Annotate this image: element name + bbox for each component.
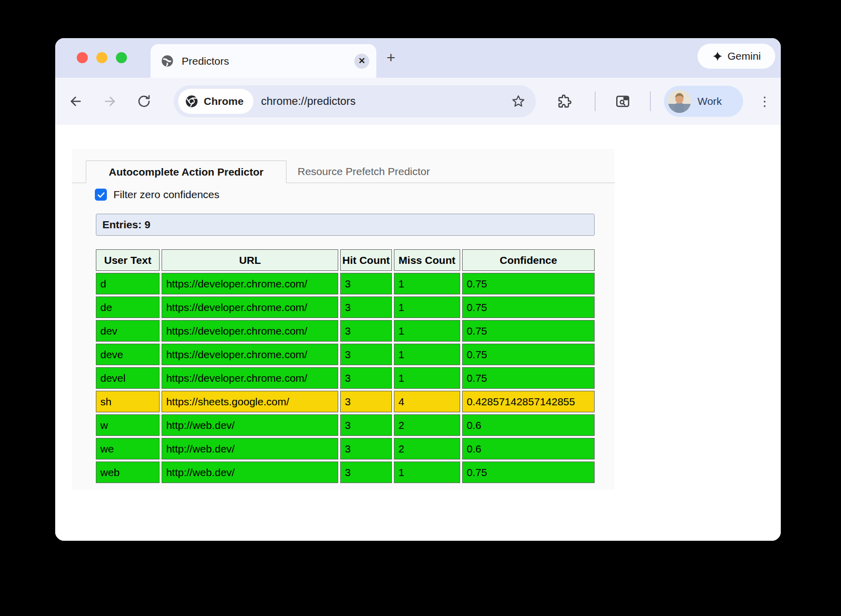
back-button[interactable] [68,94,83,109]
site-chip[interactable]: Chrome [178,89,253,114]
cell-hit-count: 3 [340,320,392,342]
side-panel-search-icon[interactable] [615,93,631,109]
table-row: de https://developer.chrome.com/ 3 1 0.7… [96,296,595,318]
cell-url: https://developer.chrome.com/ [162,344,338,365]
predictor-table-body: d https://developer.chrome.com/ 3 1 0.75… [96,273,595,483]
predictor-tabs: Autocomplete Action Predictor Resource P… [72,149,615,183]
cell-miss-count: 1 [394,344,460,365]
cell-url: https://developer.chrome.com/ [162,367,338,389]
table-row: d https://developer.chrome.com/ 3 1 0.75 [96,273,595,294]
predictors-panel: Autocomplete Action Predictor Resource P… [72,149,615,490]
tab-autocomplete-action-predictor[interactable]: Autocomplete Action Predictor [86,161,287,183]
cell-hit-count: 3 [340,344,392,365]
cell-miss-count: 2 [394,414,460,436]
close-window-button[interactable] [77,52,88,63]
checkmark-icon [97,191,105,199]
col-confidence: Confidence [462,249,595,271]
cell-confidence: 0.75 [462,461,595,483]
globe-favicon-icon [161,54,174,68]
cell-user-text: d [96,273,160,294]
cell-user-text: we [96,438,160,459]
cell-user-text: devel [96,367,160,389]
entries-count: Entries: 9 [96,214,595,236]
cell-confidence: 0.75 [462,344,595,365]
tab-predictors[interactable]: Predictors ✕ [151,44,376,78]
table-row: deve https://developer.chrome.com/ 3 1 0… [96,344,595,365]
cell-hit-count: 3 [340,273,392,294]
cell-miss-count: 1 [394,296,460,318]
reload-button[interactable] [136,94,152,109]
url-text: chrome://predictors [261,95,355,108]
col-url: URL [162,249,338,271]
browser-tab-strip: Predictors ✕ + Gemini [55,38,781,78]
bookmark-star-icon[interactable] [511,94,526,111]
cell-hit-count: 3 [340,367,392,389]
cell-hit-count: 3 [340,438,392,459]
cell-hit-count: 3 [340,414,392,436]
forward-button[interactable] [102,94,117,109]
minimize-window-button[interactable] [96,52,107,63]
cell-url: https://developer.chrome.com/ [162,320,338,342]
page-content: Autocomplete Action Predictor Resource P… [55,125,781,541]
zoom-window-button[interactable] [116,52,127,63]
cell-url: https://developer.chrome.com/ [162,296,338,318]
cell-hit-count: 3 [340,461,392,483]
cell-confidence: 0.6 [462,438,595,459]
cell-miss-count: 2 [394,438,460,459]
menu-kebab-icon[interactable]: ⋮ [758,95,771,108]
table-header-row: User Text URL Hit Count Miss Count Confi… [96,249,595,271]
cell-confidence: 0.75 [462,320,595,342]
cell-miss-count: 4 [394,391,460,412]
toolbar-divider [650,91,651,111]
avatar [668,90,691,113]
tab-close-icon[interactable]: ✕ [354,54,369,69]
browser-toolbar: Chrome chrome://predictors [55,78,781,125]
chrome-logo-icon [185,94,199,108]
cell-confidence: 0.75 [462,273,595,294]
col-hit-count: Hit Count [340,249,392,271]
cell-miss-count: 1 [394,273,460,294]
extensions-icon[interactable] [557,94,572,109]
cell-url: http://web.dev/ [162,438,338,459]
cell-miss-count: 1 [394,461,460,483]
cell-hit-count: 3 [340,296,392,318]
site-chip-label: Chrome [204,95,243,107]
cell-url: http://web.dev/ [162,414,338,436]
toolbar-divider [595,91,596,111]
cell-user-text: sh [96,391,160,412]
cell-confidence: 0.42857142857142855 [462,391,595,412]
cell-miss-count: 1 [394,367,460,389]
table-row: web http://web.dev/ 3 1 0.75 [96,461,595,483]
table-row: we http://web.dev/ 3 2 0.6 [96,438,595,459]
screenshot-stage: Predictors ✕ + Gemini [0,0,841,616]
gemini-label: Gemini [728,50,761,62]
cell-user-text: w [96,414,160,436]
cell-confidence: 0.75 [462,367,595,389]
profile-chip[interactable]: Work [664,86,743,117]
cell-user-text: web [96,461,160,483]
cell-user-text: dev [96,320,160,342]
cell-url: http://web.dev/ [162,461,338,483]
gemini-button[interactable]: Gemini [697,44,775,69]
table-row: w http://web.dev/ 3 2 0.6 [96,414,595,436]
traffic-lights [77,52,127,63]
filter-row: Filter zero confidences [95,189,615,201]
new-tab-button[interactable]: + [382,49,399,66]
profile-label: Work [697,95,722,107]
address-bar[interactable]: Chrome chrome://predictors [174,85,536,117]
cell-confidence: 0.75 [462,296,595,318]
cell-user-text: de [96,296,160,318]
filter-label: Filter zero confidences [113,189,219,201]
cell-url: https://sheets.google.com/ [162,391,338,412]
tab-title: Predictors [182,55,229,67]
cell-hit-count: 3 [340,391,392,412]
filter-checkbox[interactable] [95,189,107,201]
cell-user-text: deve [96,344,160,365]
predictor-table: User Text URL Hit Count Miss Count Confi… [94,247,597,485]
gemini-spark-icon [712,51,723,62]
cell-confidence: 0.6 [462,414,595,436]
table-row: dev https://developer.chrome.com/ 3 1 0.… [96,320,595,342]
cell-url: https://developer.chrome.com/ [162,273,338,294]
table-row: sh https://sheets.google.com/ 3 4 0.4285… [96,391,595,412]
tab-resource-prefetch-predictor[interactable]: Resource Prefetch Predictor [287,160,441,183]
